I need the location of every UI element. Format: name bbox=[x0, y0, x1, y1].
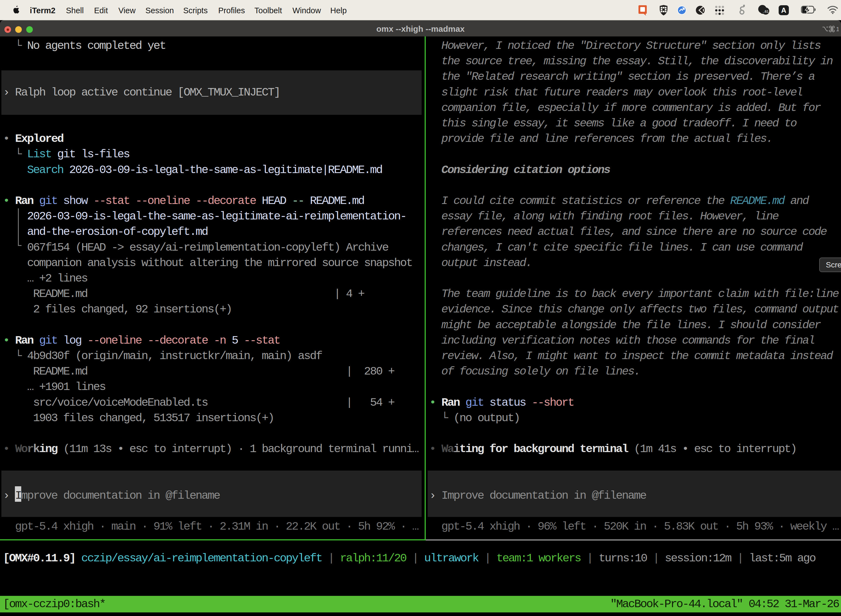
svg-text:1: 1 bbox=[836, 25, 839, 32]
svg-text:..61: ..61 bbox=[763, 9, 769, 13]
